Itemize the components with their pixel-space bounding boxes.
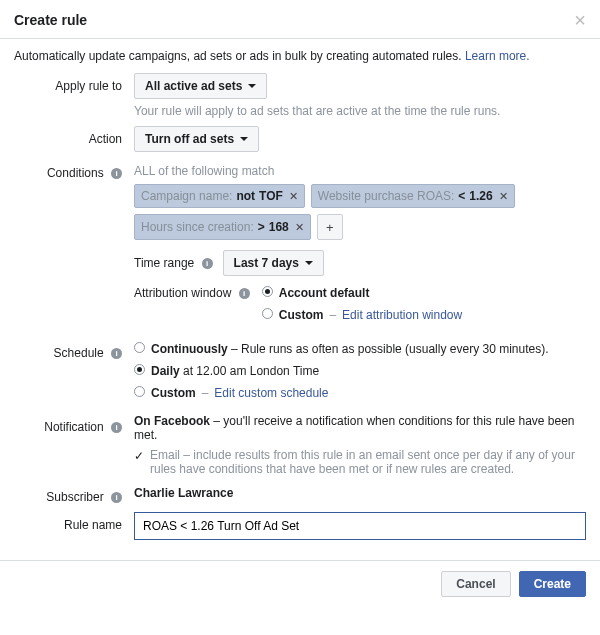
schedule-continuous: Continuously (151, 342, 228, 356)
radio-schedule-custom[interactable] (134, 386, 145, 397)
notification-label-text: Notification (44, 420, 103, 434)
schedule-label-text: Schedule (54, 346, 104, 360)
condition-chip[interactable]: Campaign name: not TOF ✕ (134, 184, 305, 208)
label-rule-name: Rule name (14, 512, 134, 532)
intro-text: Automatically update campaigns, ad sets … (14, 49, 586, 63)
notification-fb: On Facebook (134, 414, 210, 428)
chip-val: TOF (259, 189, 283, 203)
chip-val: 168 (269, 220, 289, 234)
attribution-default: Account default (279, 286, 370, 300)
close-icon[interactable]: ✕ (499, 190, 508, 203)
label-action: Action (14, 126, 134, 146)
caret-down-icon (240, 137, 248, 141)
condition-chip[interactable]: Website purchase ROAS: < 1.26 ✕ (311, 184, 515, 208)
edit-schedule-link[interactable]: Edit custom schedule (214, 386, 328, 400)
chip-op: > (258, 220, 265, 234)
apply-rule-help: Your rule will apply to ad sets that are… (134, 104, 586, 118)
chip-field: Hours since creation: (141, 220, 254, 234)
info-icon[interactable]: i (202, 258, 213, 269)
apply-rule-select[interactable]: All active ad sets (134, 73, 267, 99)
info-icon[interactable]: i (111, 492, 122, 503)
schedule-daily: Daily (151, 364, 180, 378)
label-subscriber: Subscriber i (14, 484, 134, 504)
radio-attribution-custom[interactable] (262, 308, 273, 319)
label-notification: Notification i (14, 414, 134, 434)
caret-down-icon (305, 261, 313, 265)
learn-more-link[interactable]: Learn more. (465, 49, 530, 63)
schedule-continuous-desc: – Rule runs as often as possible (usuall… (228, 342, 549, 356)
conditions-label-text: Conditions (47, 166, 104, 180)
dialog-title: Create rule (14, 12, 87, 28)
radio-schedule-daily[interactable] (134, 364, 145, 375)
intro-span: Automatically update campaigns, ad sets … (14, 49, 465, 63)
chip-field: Website purchase ROAS: (318, 189, 455, 203)
apply-rule-value: All active ad sets (145, 79, 242, 93)
schedule-custom: Custom (151, 386, 196, 400)
time-range-label: Time range i (134, 256, 213, 270)
action-value: Turn off ad sets (145, 132, 234, 146)
label-conditions: Conditions i (14, 160, 134, 180)
attribution-label: Attribution window i (134, 284, 250, 300)
radio-attribution-default[interactable] (262, 286, 273, 297)
caret-down-icon (248, 84, 256, 88)
chip-op: < (458, 189, 465, 203)
subscriber-label-text: Subscriber (46, 490, 103, 504)
add-condition-button[interactable]: + (317, 214, 343, 240)
radio-schedule-continuous[interactable] (134, 342, 145, 353)
time-range-text: Time range (134, 256, 194, 270)
conditions-header: ALL of the following match (134, 160, 586, 178)
condition-chip[interactable]: Hours since creation: > 168 ✕ (134, 214, 311, 240)
time-range-select[interactable]: Last 7 days (223, 250, 324, 276)
subscriber-name: Charlie Lawrance (134, 484, 586, 500)
action-select[interactable]: Turn off ad sets (134, 126, 259, 152)
info-icon[interactable]: i (111, 422, 122, 433)
schedule-daily-desc: at 12.00 am London Time (180, 364, 319, 378)
notification-email-desc: – include results from this rule in an e… (150, 448, 575, 476)
chip-field: Campaign name: (141, 189, 232, 203)
rule-name-input[interactable] (134, 512, 586, 540)
cancel-button[interactable]: Cancel (441, 571, 510, 597)
info-icon[interactable]: i (111, 348, 122, 359)
attribution-text: Attribution window (134, 286, 231, 300)
info-icon[interactable]: i (239, 288, 250, 299)
close-icon[interactable]: ✕ (295, 221, 304, 234)
close-icon[interactable]: × (574, 10, 586, 30)
chip-val: 1.26 (469, 189, 492, 203)
label-schedule: Schedule i (14, 340, 134, 360)
chip-op: not (236, 189, 255, 203)
info-icon[interactable]: i (111, 168, 122, 179)
edit-attribution-link[interactable]: Edit attribution window (342, 308, 462, 322)
checkmark-icon[interactable]: ✓ (134, 449, 144, 463)
close-icon[interactable]: ✕ (289, 190, 298, 203)
time-range-value: Last 7 days (234, 256, 299, 270)
attribution-custom: Custom (279, 308, 324, 322)
label-apply-rule: Apply rule to (14, 73, 134, 93)
notification-email: Email (150, 448, 180, 462)
create-button[interactable]: Create (519, 571, 586, 597)
